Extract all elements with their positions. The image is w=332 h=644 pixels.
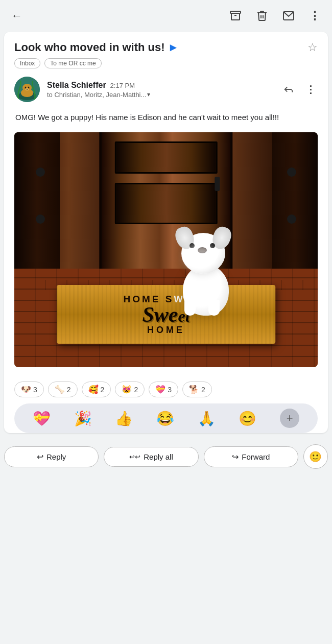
reaction-chip-4[interactable]: 💝 3 (149, 381, 178, 397)
reply-button[interactable]: ↩ Reply (4, 446, 99, 467)
reaction-chip-1[interactable]: 🦴 2 (48, 381, 78, 397)
emoji-picker-4[interactable]: 🙏 (198, 410, 216, 427)
forward-button[interactable]: ↪ Forward (204, 446, 298, 467)
action-bar: ↩ Reply ↩↩ Reply all ↪ Forward 🙂 (0, 437, 332, 477)
chevron-down-icon[interactable]: ▾ (147, 91, 150, 98)
emoji-picker-3[interactable]: 😂 (156, 410, 174, 427)
subject-text: Look who moved in with us! (14, 41, 165, 54)
mark-mail-button[interactable] (280, 8, 297, 24)
reaction-chip-0[interactable]: 🐶 3 (14, 381, 44, 397)
sender-row: Stella Schieffer 2:17 PM to Christian, M… (14, 77, 318, 102)
delete-button[interactable] (254, 8, 270, 24)
email-card: Look who moved in with us! ► ☆ Inbox To … (4, 32, 328, 433)
emoji-picker: 💝 🎉 👍 😂 🙏 😊 + (14, 403, 318, 433)
tags-row: Inbox To me OR cc me (14, 58, 318, 68)
reaction-emoji-3: 😻 (122, 385, 132, 394)
email-image-wrapper: HOME Sweet Sweet HOME (14, 132, 318, 367)
svg-rect-0 (230, 11, 241, 13)
tag-to-me[interactable]: To me OR cc me (44, 58, 101, 68)
sender-more-icon: ⋮ (305, 83, 316, 96)
reaction-count-3: 2 (134, 386, 138, 394)
tag-inbox[interactable]: Inbox (14, 58, 40, 68)
reaction-emoji-4: 💝 (155, 385, 165, 394)
back-button[interactable]: ← (9, 7, 25, 25)
emoji-reaction-button[interactable]: 🙂 (303, 444, 328, 469)
door-image: HOME Sweet Sweet HOME (14, 132, 318, 367)
reactions-row: 🐶 3 🦴 2 🥰 2 😻 2 💝 3 🐕 2 (14, 375, 318, 397)
reaction-emoji-2: 🥰 (88, 385, 99, 394)
top-bar-right: ⋮ (227, 7, 323, 25)
reply-all-button[interactable]: ↩↩ Reply all (104, 447, 198, 467)
forward-label: Forward (242, 452, 270, 461)
reply-quick-button[interactable] (281, 82, 296, 97)
reaction-count-2: 2 (101, 386, 105, 394)
sender-info: Stella Schieffer 2:17 PM to Christian, M… (47, 81, 274, 99)
emoji-picker-0[interactable]: 💝 (33, 410, 51, 427)
emoji-plus-button[interactable]: + (280, 409, 299, 428)
archive-button[interactable] (227, 8, 244, 24)
email-body: OMG! We got a puppy! His name is Edison … (14, 111, 318, 123)
sender-to-text: to Christian, Moritz, Jean-Matthi... (47, 91, 146, 99)
reply-icon: ↩ (37, 452, 43, 462)
emoji-picker-5[interactable]: 😊 (239, 410, 256, 427)
reaction-count-1: 2 (67, 386, 71, 394)
sender-more-button[interactable]: ⋮ (303, 81, 318, 98)
svg-point-5 (22, 84, 32, 92)
subject-title: Look who moved in with us! ► (14, 41, 179, 54)
svg-point-9 (28, 87, 29, 88)
doormat: HOME Sweet Sweet HOME (57, 285, 275, 344)
svg-point-8 (25, 87, 26, 88)
forward-icon: ↪ (232, 452, 239, 462)
reaction-count-4: 3 (168, 386, 172, 394)
reaction-emoji-1: 🦴 (55, 385, 65, 394)
reply-all-label: Reply all (144, 452, 173, 461)
reaction-chip-3[interactable]: 😻 2 (115, 381, 145, 397)
reply-label: Reply (46, 452, 66, 461)
top-bar: ← ⋮ (0, 0, 332, 32)
reaction-emoji-0: 🐶 (21, 385, 31, 394)
svg-point-11 (27, 89, 28, 90)
sender-name: Stella Schieffer (47, 81, 106, 90)
emoji-picker-2[interactable]: 👍 (115, 410, 133, 427)
sender-actions: ⋮ (281, 81, 318, 98)
puppy (175, 234, 242, 316)
reaction-chip-5[interactable]: 🐕 2 (182, 381, 212, 397)
emoji-action-icon: 🙂 (309, 450, 322, 463)
subject-arrow: ► (168, 41, 179, 54)
top-bar-left: ← (9, 7, 25, 25)
avatar (14, 77, 40, 102)
reply-all-icon: ↩↩ (129, 453, 140, 461)
reaction-count-5: 2 (201, 386, 205, 394)
subject-row: Look who moved in with us! ► ☆ (14, 41, 318, 54)
reaction-chip-2[interactable]: 🥰 2 (82, 381, 111, 397)
reaction-emoji-5: 🐕 (189, 385, 199, 394)
emoji-picker-1[interactable]: 🎉 (74, 410, 92, 427)
more-dots-icon: ⋮ (309, 9, 321, 22)
sender-name-row: Stella Schieffer 2:17 PM (47, 81, 274, 90)
reaction-count-0: 3 (33, 386, 37, 394)
star-icon[interactable]: ☆ (307, 41, 318, 54)
more-options-button[interactable]: ⋮ (307, 7, 323, 25)
sender-to[interactable]: to Christian, Moritz, Jean-Matthi... ▾ (47, 91, 274, 99)
sender-time: 2:17 PM (110, 82, 135, 89)
